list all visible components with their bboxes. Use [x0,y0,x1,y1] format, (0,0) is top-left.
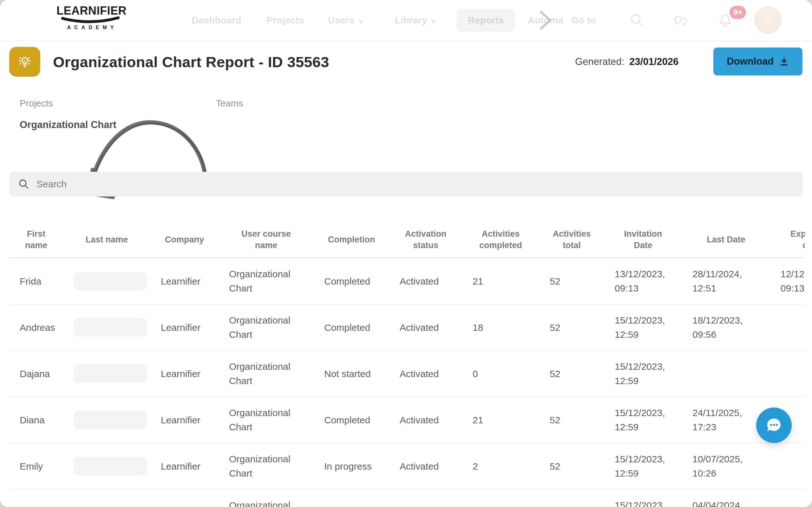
table-row: Organizational Chart 15/12/2023, 04/04/2… [9,490,805,507]
cell-company: Learnifier [150,351,218,396]
cell-expiration-date [770,351,805,396]
table-row: Dajana Learnifier Organizational Chart N… [9,351,805,397]
cell-completion [314,490,389,507]
nav-item-library[interactable]: Library∨ [395,14,436,26]
cell-activities-total: 52 [539,304,604,350]
cell-expiration-date [770,304,805,350]
cell-user-course-name: Organizational Chart [218,490,314,507]
top-navigation: LEARNIFIER ACADEMY Dashboard Projects Us… [0,0,812,41]
cell-company: Learnifier [150,258,218,304]
cell-activation-status: Activated [389,397,462,443]
table-row: Frida Learnifier Organizational Chart Co… [9,258,805,304]
nav-item-go-to[interactable]: Go to [571,14,596,26]
cell-invitation-date: 15/12/2023, 12:59 [604,351,682,396]
cell-activities-total: 52 [539,351,604,396]
table-body: Frida Learnifier Organizational Chart Co… [9,258,805,507]
cell-activities-completed: 21 [462,397,539,443]
column-header-activation-status: Activation status [389,222,462,257]
cell-completion: Completed [314,304,389,350]
nav-item-projects[interactable]: Projects [266,14,304,26]
cell-last-name [63,397,150,443]
cell-user-course-name: Organizational Chart [218,258,314,304]
cell-activities-total: 52 [539,258,604,304]
learnifier-logo[interactable]: LEARNIFIER ACADEMY [56,5,124,31]
cell-company: Learnifier [150,304,218,350]
cell-activation-status: Activated [389,304,462,350]
cell-activities-completed: 18 [462,304,539,350]
column-header-company: Company [150,222,218,257]
column-header-last-date: Last Date [682,222,770,257]
nav-item-users[interactable]: Users∨ [328,14,363,26]
user-avatar[interactable] [754,6,781,34]
cell-activities-completed [462,490,539,507]
download-icon [779,56,789,66]
cell-first-name: Dajana [9,351,63,396]
redacted-last-name [73,364,147,383]
column-header-last-name: Last name [63,222,150,257]
chevron-down-icon: ∨ [431,16,436,26]
generated-date: 23/01/2026 [629,56,678,67]
table-header-row: First name Last name Company User course… [9,222,805,257]
cell-last-name [63,304,150,350]
logo-subtitle: ACADEMY [56,25,124,31]
cell-last-date: 18/12/2023, 09:56 [682,304,770,350]
chat-bubble-icon [764,415,784,435]
chevron-down-icon: ∨ [358,16,363,26]
report-lightbulb-icon [9,47,40,77]
search-icon[interactable] [629,13,645,28]
cell-first-name: Emily [9,443,63,489]
cell-expiration-date [770,443,805,489]
cell-activities-completed: 21 [462,258,539,304]
cell-last-name [63,443,150,489]
cell-activities-total [539,490,604,507]
column-header-activities-completed: Activities completed [462,222,539,257]
cell-activation-status: Activated [389,443,462,489]
cell-last-name [63,351,150,396]
nav-item-dashboard[interactable]: Dashboard [192,14,241,26]
column-header-expiration-date: Expiration date [770,222,805,257]
search-input[interactable] [36,178,794,190]
notification-badge: 9+ [729,6,746,19]
cell-activities-total: 52 [539,397,604,443]
selected-project-link[interactable]: Organizational Chart [20,119,116,130]
cell-last-date [682,351,770,396]
cell-last-date: 04/04/2024, [682,490,770,507]
cell-completion: Completed [314,397,389,443]
column-header-first-name: First name [9,222,63,257]
cell-activation-status: Activated [389,351,462,396]
column-header-invitation-date: Invitation Date [604,222,682,257]
table-row: Diana Learnifier Organizational Chart Co… [9,397,805,443]
search-bar [9,172,803,196]
cell-activation-status: Activated [389,258,462,304]
redacted-last-name [73,318,147,337]
app-window: LEARNIFIER ACADEMY Dashboard Projects Us… [0,0,812,507]
logo-title: LEARNIFIER [56,5,124,16]
column-header-activities-total: Activities total [539,222,604,257]
cell-company: Learnifier [150,397,218,443]
redacted-last-name [73,457,147,475]
nav-item-reports[interactable]: Reports [456,9,515,32]
tab-projects[interactable]: Projects [20,98,53,109]
cell-completion: Completed [314,258,389,304]
generated-label: Generated: [575,56,624,67]
chat-icon[interactable] [672,13,688,28]
cell-activities-completed: 0 [462,351,539,396]
cell-invitation-date: 15/12/2023, 12:59 [604,397,682,443]
cell-completion: Not started [314,351,389,396]
cell-user-course-name: Organizational Chart [218,443,314,489]
generated-info: Generated: 23/01/2026 [575,47,678,77]
report-table: First name Last name Company User course… [9,222,805,507]
redacted-last-name [73,411,147,429]
cell-activities-completed: 2 [462,443,539,489]
column-header-completion: Completion [314,222,389,257]
cell-company: Learnifier [150,443,218,489]
download-button[interactable]: Download [713,48,803,75]
tab-teams[interactable]: Teams [216,98,243,109]
cell-completion: In progress [314,443,389,489]
cell-last-name [63,258,150,304]
chat-fab-button[interactable] [756,407,792,443]
cell-first-name [9,490,63,507]
cell-activities-total: 52 [539,443,604,489]
chevron-right-icon[interactable] [536,9,556,31]
redacted-last-name [73,272,147,290]
